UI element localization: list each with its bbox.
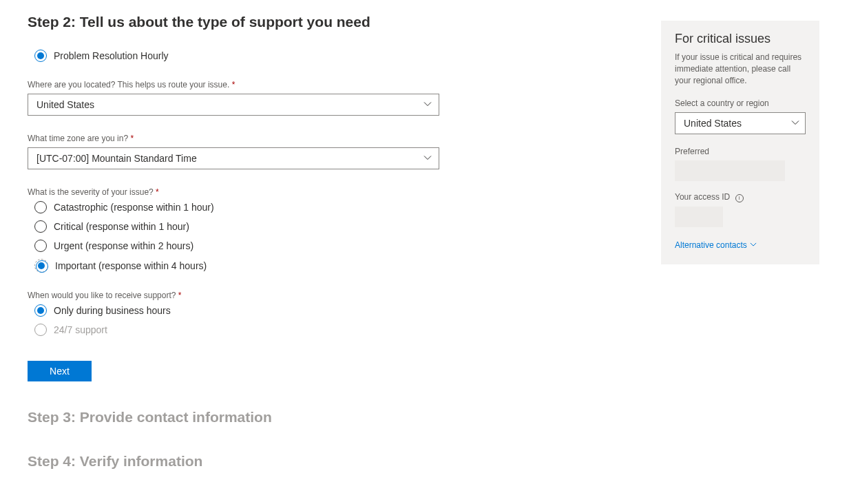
sidebar-preferred-input[interactable] — [675, 160, 785, 181]
radio-severity-important[interactable]: Important (response within 4 hours) — [34, 259, 633, 273]
sidebar-description: If your issue is critical and requires i… — [675, 52, 806, 86]
sidebar-region-value: United States — [684, 118, 742, 129]
chevron-down-icon — [791, 117, 799, 129]
radio-severity-catastrophic[interactable]: Catastrophic (response within 1 hour) — [34, 201, 633, 213]
radio-severity-critical[interactable]: Critical (response within 1 hour) — [34, 220, 633, 233]
radio-support-allday: 24/7 support — [34, 324, 633, 336]
radio-selected-icon — [34, 50, 47, 62]
radio-plan-hourly[interactable]: Problem Resolution Hourly — [34, 50, 633, 62]
timezone-field-label: What time zone are you in? * — [28, 134, 633, 143]
location-field-label: Where are you located? This helps us rou… — [28, 80, 633, 90]
sidebar-region-dropdown[interactable]: United States — [675, 112, 806, 134]
alternative-contacts-link[interactable]: Alternative contacts — [675, 240, 757, 250]
critical-issues-sidebar: For critical issues If your issue is cri… — [661, 21, 819, 264]
radio-support-business[interactable]: Only during business hours — [34, 304, 633, 317]
radio-unselected-icon — [34, 201, 47, 213]
sidebar-title: For critical issues — [675, 32, 806, 46]
sidebar-preferred-label: Preferred — [675, 147, 806, 156]
location-dropdown[interactable]: United States — [28, 94, 439, 116]
supporttime-field-label: When would you like to receive support? … — [28, 291, 633, 300]
severity-field-label: What is the severity of your issue? * — [28, 187, 633, 197]
timezone-dropdown[interactable]: [UTC-07:00] Mountain Standard Time — [28, 147, 439, 169]
next-button[interactable]: Next — [28, 361, 92, 381]
radio-severity-urgent[interactable]: Urgent (response within 2 hours) — [34, 240, 633, 252]
step2-title: Step 2: Tell us about the type of suppor… — [28, 14, 633, 30]
step4-title: Step 4: Verify information — [28, 453, 633, 470]
radio-severity-urgent-label: Urgent (response within 2 hours) — [54, 240, 193, 251]
radio-severity-critical-label: Critical (response within 1 hour) — [54, 221, 189, 232]
radio-support-allday-label: 24/7 support — [54, 324, 107, 335]
sidebar-region-label: Select a country or region — [675, 98, 806, 108]
radio-selected-icon — [34, 304, 47, 317]
radio-unselected-icon — [34, 220, 47, 233]
radio-unselected-icon — [34, 240, 47, 252]
location-dropdown-value: United States — [36, 99, 94, 110]
chevron-down-icon — [423, 153, 432, 164]
sidebar-access-id-input[interactable] — [675, 207, 723, 227]
sidebar-access-id-label: Your access ID i — [675, 192, 806, 202]
radio-disabled-icon — [34, 324, 47, 336]
info-icon[interactable]: i — [735, 194, 744, 202]
radio-severity-catastrophic-label: Catastrophic (response within 1 hour) — [54, 202, 214, 213]
radio-plan-label: Problem Resolution Hourly — [54, 50, 169, 61]
chevron-down-icon — [423, 99, 432, 110]
radio-support-business-label: Only during business hours — [54, 305, 171, 316]
step3-title: Step 3: Provide contact information — [28, 409, 633, 426]
radio-selected-focused-icon — [34, 259, 48, 273]
chevron-down-icon — [750, 240, 757, 250]
timezone-dropdown-value: [UTC-07:00] Mountain Standard Time — [36, 153, 197, 164]
radio-severity-important-label: Important (response within 4 hours) — [55, 260, 207, 271]
